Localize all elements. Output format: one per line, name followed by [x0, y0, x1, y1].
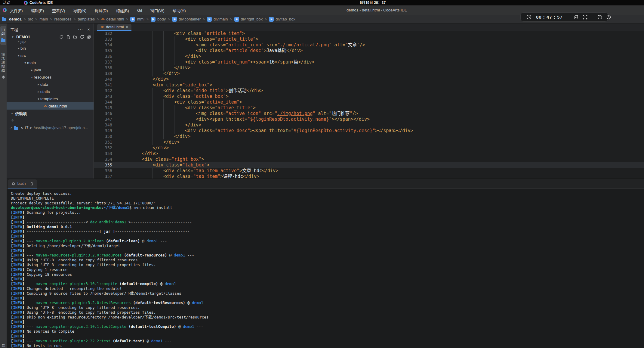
tab-detail-html[interactable]: <> detail.html × — [97, 24, 131, 31]
menu-item[interactable]: 调试(D) — [94, 8, 108, 13]
sync-icon[interactable] — [59, 35, 63, 39]
system-clock[interactable]: 6月19日 20：37 — [360, 0, 386, 5]
codearts-logo-icon — [3, 8, 7, 13]
close-icon[interactable]: × — [126, 25, 128, 29]
editor-line-355[interactable]: 355<div class="tab_box"> — [94, 162, 644, 168]
menu-item[interactable]: 构建(B) — [116, 8, 129, 13]
breadcrumb-file[interactable]: detail.html — [106, 17, 124, 21]
sidebar-more-button[interactable]: ··· — [78, 27, 83, 32]
breadcrumb-dom-item[interactable]: body — [157, 17, 166, 21]
code-text: </div> — [185, 122, 201, 128]
tree-item-java[interactable]: ▸java — [7, 66, 94, 73]
editor-line-339[interactable]: 339</div> — [94, 71, 644, 76]
editor-line-336[interactable]: 336</div> — [94, 54, 644, 59]
editor-line-349[interactable]: 349<div class="active_desc"><span th:tex… — [94, 128, 644, 134]
terminal-tab-bash[interactable]: bash — [8, 179, 37, 188]
tree-item-data[interactable]: ▸data — [7, 81, 94, 88]
editor-line-345[interactable]: 345<div class="active_title"> — [94, 105, 644, 111]
editor-line-338[interactable]: 338</div> — [94, 65, 644, 71]
editor-line-333[interactable]: 333<div class="article_title"> — [94, 36, 644, 42]
terminal-output[interactable]: Create deploy task success.DEPLOYMENT_CO… — [7, 189, 644, 348]
breadcrumb-separator: > — [230, 17, 232, 21]
add-capture-icon[interactable] — [574, 14, 579, 20]
terminal-line: [INFO] Scanning for projects... — [11, 210, 644, 215]
jdk-item[interactable]: > < 17 > /usr/lib/jvm/java-17-openjdk-a.… — [7, 124, 94, 131]
editor-line-351[interactable]: 351</div> — [94, 139, 644, 145]
refresh-icon[interactable] — [80, 35, 84, 39]
screen-recorder-toolbar: 00 : 47 : 57 — [520, 12, 608, 22]
fullscreen-icon[interactable] — [582, 14, 588, 20]
tree-item-detail-html[interactable]: <>detail.html — [7, 102, 94, 110]
tree-root-demo1[interactable]: ▾ DEMO1 — [7, 33, 94, 41]
menu-item[interactable]: 编辑(E) — [31, 8, 44, 13]
chevron-right-icon: ▸ — [37, 90, 40, 93]
line-number: 334 — [94, 42, 112, 48]
editor-line-348[interactable]: 348</div> — [94, 122, 644, 128]
editor-line-337[interactable]: 337<div class="article_num"><span>16</sp… — [94, 59, 644, 65]
activities-button[interactable]: 活动 — [3, 0, 10, 5]
menu-item[interactable]: 导航(N) — [73, 8, 86, 13]
tree-item-resources[interactable]: ▾resources — [7, 73, 94, 81]
trash-icon[interactable] — [30, 182, 34, 186]
editor-line-350[interactable]: 350</div> — [94, 134, 644, 139]
editor-line-342[interactable]: 342<div class="side_title">创作活动</div> — [94, 88, 644, 94]
menu-item[interactable]: 查看(V) — [52, 8, 65, 13]
editor-line-344[interactable]: 344<div class="active_item"> — [94, 99, 644, 105]
editor-line-346[interactable]: 346<img class="active_icon" src="./img/h… — [94, 111, 644, 117]
tree-item-jsp[interactable]: ▸jsp — [7, 41, 94, 45]
editor-line-335[interactable]: 335<div class="article_desc">Java基础</div… — [94, 48, 644, 54]
tree-item-label: data — [40, 82, 48, 87]
breadcrumb-item[interactable]: main — [39, 17, 48, 21]
tree-item-bin[interactable]: ▸bin — [7, 45, 94, 52]
breadcrumb-dom-item[interactable]: div.container — [179, 17, 201, 21]
activity-tab-scm[interactable]: 源代码管理 — [0, 53, 7, 80]
editor-line-353[interactable]: 353</div> — [94, 151, 644, 157]
tree-item-main[interactable]: ▾main — [7, 59, 94, 66]
menu-item[interactable]: Git — [137, 8, 142, 13]
tree-item-templates[interactable]: ▾templates — [7, 95, 94, 102]
power-icon[interactable] — [606, 14, 611, 20]
breadcrumb-item[interactable]: demo1 — [9, 17, 22, 21]
breadcrumb-dom-item[interactable]: div.main — [214, 17, 228, 21]
breadcrumb-item[interactable]: src — [28, 17, 33, 21]
breadcrumb-item[interactable]: templates — [78, 17, 95, 21]
breadcrumb-dom-item[interactable]: html — [137, 17, 144, 21]
chevron-down-icon: ▾ — [11, 35, 14, 39]
new-folder-icon[interactable] — [73, 35, 77, 39]
breadcrumb-dom-item[interactable]: div.right_box — [241, 17, 263, 21]
code-text: <div class="article_desc">Java基础</div> — [196, 48, 303, 54]
editor-line-343[interactable]: 343<div class="active_box"> — [94, 94, 644, 99]
editor-line-332[interactable]: 332<div class="article_item"> — [94, 31, 644, 36]
code-view[interactable]: 332<div class="article_item">333<div cla… — [94, 31, 644, 179]
menu-item[interactable]: 帮助(H) — [172, 8, 186, 13]
menu-item[interactable]: 文件(F) — [10, 8, 23, 13]
terminal-line: [INFO] --- maven-resources-plugin:3.2.0:… — [11, 253, 644, 258]
editor-line-356[interactable]: 356<div class="tab_item active">文章-hdc</… — [94, 168, 644, 174]
menu-item[interactable]: 窗口(W) — [150, 8, 165, 13]
breadcrumb-item[interactable]: resources — [54, 17, 71, 21]
tree-item-src[interactable]: ▾src — [7, 52, 94, 59]
editor-line-334[interactable]: 334<img class="article_icon" src="./img/… — [94, 42, 644, 48]
breadcrumb-dom-item[interactable]: div.tab_box — [276, 17, 295, 21]
editor-line-352[interactable]: 352</div> — [94, 145, 644, 151]
code-text: </div> — [153, 76, 169, 82]
restart-timer-icon[interactable] — [597, 14, 602, 20]
activity-tab-debug[interactable]: 调测 — [1, 344, 6, 348]
tree-item-label: main — [27, 61, 36, 65]
menu-items: 文件(F)编辑(E)查看(V)导航(N)调试(D)构建(B)Git窗口(W)帮助… — [10, 5, 186, 15]
system-app-name: CodeArts IDE — [29, 0, 53, 5]
editor-line-347[interactable]: 347<div><span th:text="${loginRespDto.ac… — [94, 117, 644, 122]
window-title: demo1 - detail.html - CodeArts IDE — [347, 5, 407, 15]
editor-line-340[interactable]: 340</div> — [94, 76, 644, 82]
dependencies-header[interactable]: ▾ 依赖项 — [7, 110, 94, 117]
sidebar-close-button[interactable]: × — [87, 27, 90, 32]
activity-tab-project[interactable]: 工程 — [0, 26, 6, 45]
collapse-all-icon[interactable] — [87, 35, 91, 39]
terminal-tab-bar: bash — [7, 179, 644, 189]
tree-item-static[interactable]: ▸static — [7, 88, 94, 95]
code-text: <div class="side_title">创作活动</div> — [163, 88, 263, 94]
new-file-icon[interactable] — [66, 35, 70, 39]
editor-line-341[interactable]: 341<div class="side_box"> — [94, 82, 644, 88]
editor-line-354[interactable]: 354<div class="right_box"> — [94, 157, 644, 162]
editor-line-357[interactable]: 357<div class="tab_item">课程-hdc</div> — [94, 174, 644, 179]
